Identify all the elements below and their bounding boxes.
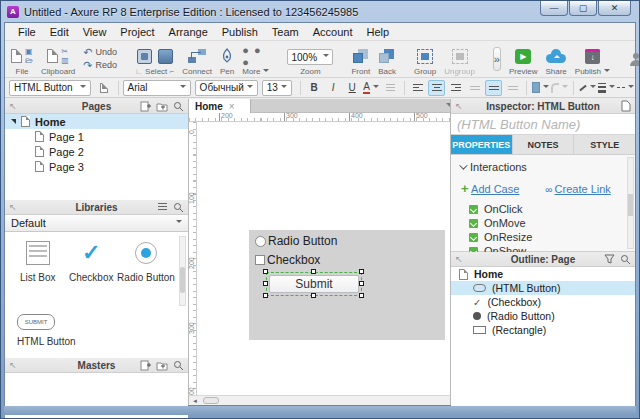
- pen-tool[interactable]: Pen: [220, 42, 234, 76]
- search-icon[interactable]: [173, 202, 184, 213]
- radio-circle-icon[interactable]: [255, 236, 266, 247]
- resize-handle[interactable]: [263, 269, 268, 274]
- library-item-radio[interactable]: Radio Button: [118, 238, 174, 310]
- checkbox-square-icon[interactable]: [255, 255, 265, 265]
- menu-arrange[interactable]: Arrange: [162, 24, 215, 40]
- filter-icon[interactable]: [604, 254, 615, 264]
- event-onclick[interactable]: OnClick: [469, 202, 627, 216]
- collapse-panel-icon[interactable]: ↖: [9, 360, 17, 370]
- collapse-panel-icon[interactable]: ↖: [455, 101, 463, 111]
- tab-home[interactable]: Home×: [189, 99, 251, 113]
- line-style-button[interactable]: [617, 80, 634, 96]
- page-item[interactable]: Page 1: [5, 129, 188, 144]
- font-style-dropdown[interactable]: Обычный: [195, 80, 258, 96]
- resize-handle[interactable]: [359, 281, 364, 286]
- resize-handle[interactable]: [263, 293, 268, 298]
- paste-icon[interactable]: [47, 49, 58, 63]
- preview-button[interactable]: ▶ Preview: [509, 42, 537, 76]
- align-right-button[interactable]: [447, 80, 464, 96]
- page-item[interactable]: Page 3: [5, 159, 188, 174]
- menu-edit[interactable]: Edit: [43, 24, 76, 40]
- open-icon[interactable]: 🗁: [25, 57, 33, 65]
- event-onmove[interactable]: OnMove: [469, 216, 627, 230]
- send-back-button[interactable]: Back: [378, 42, 396, 76]
- select-contain-icon[interactable]: [158, 49, 173, 64]
- inspector-scrollbar[interactable]: [627, 157, 634, 249]
- submit-button-widget[interactable]: Submit: [269, 275, 359, 293]
- select-mode-tools[interactable]: ∟ Select ⌐: [135, 42, 174, 76]
- tab-properties[interactable]: PROPERTIES: [451, 135, 513, 154]
- scroll-thumb[interactable]: [180, 267, 185, 293]
- more-tools[interactable]: ● ● ● More: [242, 42, 269, 76]
- resize-handle[interactable]: [311, 269, 316, 274]
- library-item-listbox[interactable]: List Box: [11, 238, 65, 310]
- file-tools[interactable]: ▣🗁 File: [11, 42, 33, 76]
- search-icon[interactable]: [620, 254, 631, 265]
- interactions-toggle[interactable]: Interactions: [459, 161, 627, 173]
- maximize-button[interactable]: ▢: [569, 1, 597, 16]
- share-button[interactable]: Share: [545, 42, 566, 76]
- font-family-dropdown[interactable]: Arial: [123, 80, 191, 96]
- collapse-panel-icon[interactable]: ↖: [9, 101, 17, 111]
- line-color-button[interactable]: [579, 80, 596, 96]
- align-middle-button[interactable]: [485, 80, 502, 96]
- close-button[interactable]: ✕: [598, 1, 631, 16]
- login-button[interactable]: Log In: [630, 47, 640, 71]
- outline-item-htmlbutton[interactable]: (HTML Button): [451, 281, 635, 295]
- publish-button[interactable]: Publish: [575, 42, 610, 76]
- scroll-left-icon[interactable]: ◄: [192, 397, 198, 405]
- resize-handle[interactable]: [359, 293, 364, 298]
- radio-button-widget[interactable]: Radio Button: [255, 234, 337, 248]
- add-page-icon[interactable]: [140, 360, 151, 371]
- minimize-button[interactable]: —: [540, 1, 568, 16]
- fill-color-button[interactable]: [532, 80, 549, 96]
- format-painter-button[interactable]: [96, 80, 113, 96]
- cut-icon[interactable]: ✂: [61, 48, 69, 56]
- outline-item-rectangle[interactable]: (Rectangle): [451, 323, 635, 337]
- canvas-page[interactable]: Radio Button Checkbox Submit: [197, 122, 452, 395]
- redo-button[interactable]: ↷Redo: [83, 59, 117, 72]
- library-item-checkbox[interactable]: ✓ Checkbox: [65, 238, 119, 310]
- add-folder-icon[interactable]: [156, 360, 168, 371]
- event-onresize[interactable]: OnResize: [469, 230, 627, 244]
- menu-project[interactable]: Project: [113, 24, 161, 40]
- group-button[interactable]: Group: [414, 42, 436, 76]
- library-item-htmlbutton[interactable]: SUBMIT HTML Button: [5, 310, 188, 358]
- new-file-icon[interactable]: [11, 49, 22, 63]
- resize-handle[interactable]: [263, 281, 268, 286]
- scroll-thumb[interactable]: [203, 397, 219, 404]
- save-icon[interactable]: ▣: [25, 48, 33, 56]
- close-tab-icon[interactable]: ×: [229, 101, 235, 112]
- create-link-link[interactable]: ∞ Create Link: [545, 183, 610, 195]
- outline-item-radio[interactable]: (Radio Button): [451, 309, 635, 323]
- expand-toolbar-button[interactable]: »: [493, 47, 501, 71]
- collapse-panel-icon[interactable]: ↖: [9, 202, 17, 212]
- copy-icon[interactable]: ▥: [61, 57, 69, 65]
- align-center-button[interactable]: [428, 80, 445, 96]
- menu-icon[interactable]: [157, 202, 168, 211]
- clipboard-tools[interactable]: ✂▥ Clipboard: [41, 42, 75, 76]
- scroll-thumb[interactable]: [628, 194, 633, 216]
- widget-name-input[interactable]: [451, 114, 635, 135]
- search-icon[interactable]: [173, 360, 184, 371]
- font-size-dropdown[interactable]: 13: [262, 80, 292, 96]
- add-folder-icon[interactable]: [156, 101, 168, 112]
- bold-button[interactable]: B: [306, 80, 323, 96]
- outline-item-checkbox[interactable]: ✓ (Checkbox): [451, 295, 635, 309]
- add-case-link[interactable]: + Add Case: [461, 181, 519, 196]
- undo-button[interactable]: ↶Undo: [83, 46, 117, 59]
- menu-help[interactable]: Help: [359, 24, 396, 40]
- widget-style-dropdown[interactable]: HTML Button: [9, 80, 91, 96]
- outline-item-home[interactable]: Home: [451, 267, 635, 281]
- page-item-home[interactable]: Home: [5, 114, 188, 129]
- collapse-panel-icon[interactable]: ↖: [455, 254, 463, 264]
- tree-expander-icon[interactable]: [11, 119, 16, 124]
- page-item[interactable]: Page 2: [5, 144, 188, 159]
- library-set-dropdown[interactable]: Default: [5, 215, 188, 232]
- search-icon[interactable]: [173, 101, 184, 112]
- bring-front-button[interactable]: Front: [351, 42, 370, 76]
- checkbox-widget[interactable]: Checkbox: [255, 253, 320, 267]
- tab-style[interactable]: STYLE: [574, 135, 635, 154]
- resize-handle[interactable]: [359, 269, 364, 274]
- line-width-button[interactable]: [598, 80, 615, 96]
